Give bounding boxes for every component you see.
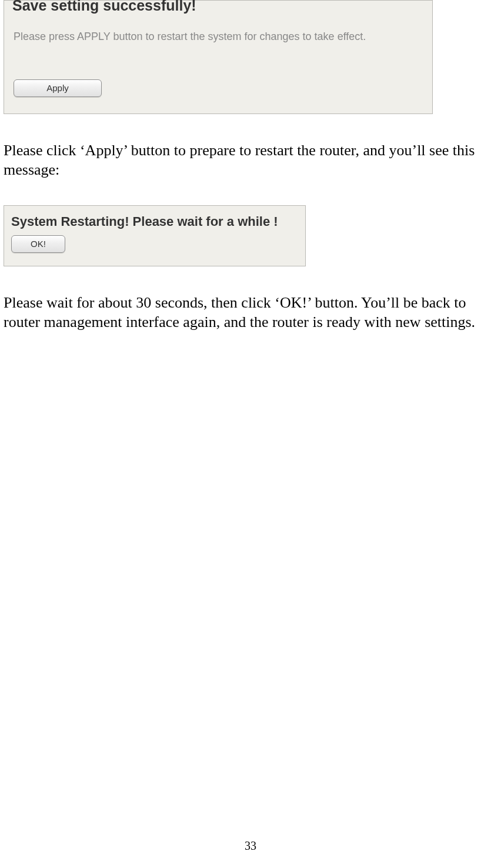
panel1-instruction: Please press APPLY button to restart the… (14, 31, 423, 43)
paragraph-2: Please wait for about 30 seconds, then c… (4, 293, 497, 332)
ok-button[interactable]: OK! (11, 235, 65, 253)
apply-button[interactable]: Apply (14, 79, 102, 97)
panel2-heading: System Restarting! Please wait for a whi… (11, 214, 298, 229)
save-setting-panel: Save setting successfully! Please press … (4, 0, 433, 114)
panel1-heading: Save setting successfully! (12, 0, 423, 14)
paragraph-1: Please click ‘Apply’ button to prepare t… (4, 141, 497, 179)
page-number: 33 (0, 839, 501, 853)
system-restart-panel: System Restarting! Please wait for a whi… (4, 205, 306, 266)
